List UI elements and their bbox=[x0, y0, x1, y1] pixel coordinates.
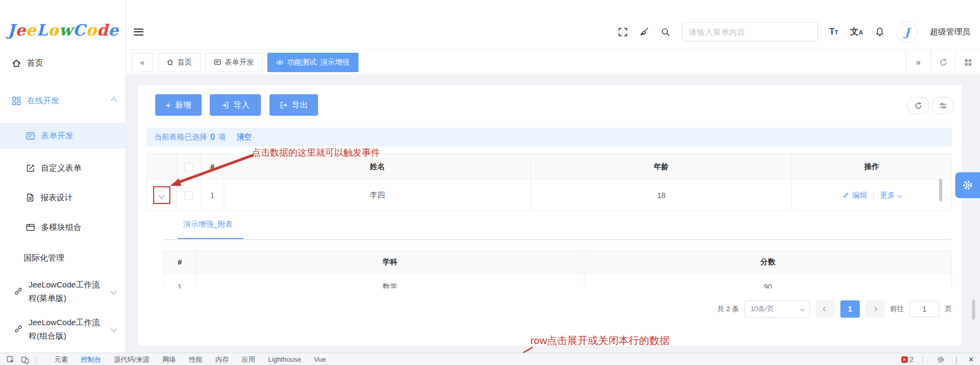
clear-cache-broom-icon[interactable] bbox=[639, 27, 649, 37]
devtools-tab-elements[interactable]: 元素 bbox=[54, 355, 68, 364]
settings-drawer-button[interactable] bbox=[955, 172, 980, 198]
collapse-menu-icon[interactable] bbox=[134, 29, 143, 36]
tab-label: 表单开发 bbox=[225, 58, 254, 67]
devtools-tab-lighthouse[interactable]: Lighthouse bbox=[268, 356, 301, 363]
more-link[interactable]: 更多 bbox=[880, 191, 901, 200]
import-button[interactable]: 导入 bbox=[210, 94, 261, 116]
sidebar-item-label: 报表设计 bbox=[40, 193, 73, 203]
expand-column-header bbox=[147, 154, 177, 179]
close-devtools-icon[interactable]: × bbox=[969, 355, 974, 364]
clear-selection-link[interactable]: 清空 bbox=[237, 132, 252, 142]
total-count-label: 共 2 条 bbox=[717, 304, 739, 314]
main-area: TT 文A J 超级管理员 « 首页 表单开发 功能测试: 演 bbox=[126, 0, 980, 353]
tab-form-dev[interactable]: 表单开发 bbox=[205, 53, 263, 72]
sidebar-item-custom-form[interactable]: 自定义表单 bbox=[0, 158, 126, 178]
topbar: TT 文A J 超级管理员 bbox=[126, 0, 980, 50]
row-checkbox[interactable] bbox=[184, 191, 193, 200]
goto-label: 前往 bbox=[890, 304, 904, 314]
add-button[interactable]: + 新增 bbox=[155, 94, 202, 116]
error-x-icon: × bbox=[901, 356, 908, 363]
sidebar-item-home[interactable]: 首页 bbox=[0, 53, 126, 73]
sidebar-item-multi-module[interactable]: 多模块组合 bbox=[0, 217, 126, 237]
export-button[interactable]: 导出 bbox=[270, 94, 318, 116]
selection-count: 0 bbox=[210, 132, 215, 142]
refresh-table-button[interactable] bbox=[907, 97, 929, 114]
avatar[interactable]: J bbox=[896, 21, 918, 43]
tab-demo-enhance[interactable]: 功能测试: 演示增强 bbox=[267, 53, 358, 72]
devtools-separator bbox=[922, 356, 923, 363]
devtools-gear-icon[interactable] bbox=[937, 356, 944, 363]
sidebar-item-report-design[interactable]: 报表设计 bbox=[0, 187, 126, 208]
row-expand-toggle[interactable] bbox=[153, 186, 170, 204]
table-row: 1 李四 18 编辑 | bbox=[147, 180, 951, 211]
next-page-button[interactable] bbox=[865, 300, 885, 318]
tab-home[interactable]: 首页 bbox=[158, 53, 201, 72]
devtools-tab-console[interactable]: 控制台 bbox=[81, 355, 101, 364]
prev-page-button[interactable] bbox=[816, 300, 835, 318]
sidebar-item-label: 国际化管理 bbox=[24, 253, 64, 263]
bell-icon[interactable] bbox=[875, 27, 885, 37]
page-scrollbar-thumb[interactable] bbox=[972, 299, 975, 320]
sliders-icon bbox=[939, 102, 947, 110]
form-icon bbox=[214, 59, 221, 66]
sidebar-item-online-dev[interactable]: 在线开发 bbox=[0, 90, 126, 111]
sidebar-item-workflow-combo[interactable]: JeeLowCode工作流程(组合版) bbox=[0, 314, 126, 343]
devtools-tab-memory[interactable]: 内存 bbox=[215, 355, 229, 364]
tabbar: « 首页 表单开发 功能测试: 演示增强 » bbox=[126, 50, 980, 75]
devtools-tabs: 元素 控制台 源代码/来源 网络 性能 内存 应用 Lighthouse Vue bbox=[42, 355, 326, 364]
devtools-tab-sources[interactable]: 源代码/来源 bbox=[114, 355, 150, 364]
index-column-header: # bbox=[201, 154, 224, 179]
refresh-icon bbox=[939, 58, 948, 67]
sub-table-header-row: # 学科 分数 bbox=[164, 251, 951, 274]
main-table: # 姓名 年龄 操作 1 李四 18 bbox=[147, 153, 952, 211]
sub-table-tab[interactable]: 演示增强_附表 bbox=[183, 220, 233, 229]
sidebar-item-label: JeeLowCode工作流程(组合版) bbox=[29, 315, 106, 342]
inspect-element-icon[interactable] bbox=[6, 356, 15, 364]
font-size-icon[interactable]: TT bbox=[830, 27, 839, 37]
translate-icon[interactable]: 文A bbox=[850, 26, 863, 38]
tabs-scroll-left-button[interactable]: « bbox=[132, 53, 153, 72]
sub-score-header: 分数 bbox=[584, 251, 951, 273]
devtools-error-badge[interactable]: × 2 bbox=[901, 356, 914, 363]
sidebar-item-workflow-menu[interactable]: JeeLowCode工作流程(菜单版) bbox=[0, 277, 126, 306]
sub-row-index-cell: 1 bbox=[164, 274, 196, 289]
goto-page-input[interactable] bbox=[909, 301, 940, 317]
devtools-tab-vue[interactable]: Vue bbox=[314, 356, 326, 363]
devtools-tab-performance[interactable]: 性能 bbox=[189, 355, 202, 364]
sidebar-item-label: 多模块组合 bbox=[41, 222, 81, 233]
kebab-menu-icon[interactable]: ⋮ bbox=[953, 356, 960, 364]
menu-search-input[interactable] bbox=[682, 22, 818, 41]
table-scrollbar-thumb[interactable] bbox=[939, 179, 942, 201]
selection-suffix: 项 bbox=[218, 132, 226, 142]
selection-text: 当前表格已选择 bbox=[154, 132, 207, 142]
page-size-select[interactable]: 10条/页 bbox=[744, 300, 810, 318]
column-settings-button[interactable] bbox=[931, 97, 954, 114]
brand-logo[interactable]: JeeLowCode bbox=[0, 0, 126, 41]
fullscreen-icon[interactable] bbox=[618, 27, 627, 37]
sub-table: # 学科 分数 1 数学 90 bbox=[163, 250, 952, 289]
search-icon[interactable] bbox=[661, 27, 670, 37]
table-card: + 新增 导入 导出 bbox=[138, 85, 962, 346]
chain-link-icon bbox=[14, 325, 23, 333]
page-number-button[interactable]: 1 bbox=[840, 300, 860, 318]
layout-grid-button[interactable] bbox=[955, 50, 980, 74]
device-toolbar-icon[interactable] bbox=[21, 356, 29, 364]
edit-link[interactable]: 编辑 bbox=[843, 191, 867, 200]
sidebar-item-i18n[interactable]: 国际化管理 bbox=[0, 248, 126, 268]
annotation-row-expand: row点击展开或关闭本行的数据 bbox=[530, 334, 670, 348]
plus-icon: + bbox=[165, 101, 171, 110]
double-chevron-right-icon: » bbox=[916, 58, 921, 67]
devtools-tab-application[interactable]: 应用 bbox=[241, 355, 255, 364]
sidebar-item-form-dev[interactable]: 表单开发 bbox=[0, 123, 126, 149]
age-column-header: 年龄 bbox=[531, 154, 792, 179]
chevron-down-icon bbox=[158, 192, 164, 198]
username-label[interactable]: 超级管理员 bbox=[930, 27, 970, 37]
sub-table-wrap: # 学科 分数 1 数学 90 bbox=[163, 250, 952, 289]
tabs-scroll-right-button[interactable]: » bbox=[906, 50, 930, 74]
chevron-down-icon bbox=[800, 307, 805, 311]
tab-label: 功能测试: 演示增强 bbox=[287, 58, 350, 67]
select-all-checkbox[interactable] bbox=[184, 163, 193, 171]
devtools-tab-network[interactable]: 网络 bbox=[162, 355, 176, 364]
home-icon bbox=[12, 59, 21, 68]
refresh-tab-button[interactable] bbox=[930, 50, 955, 74]
